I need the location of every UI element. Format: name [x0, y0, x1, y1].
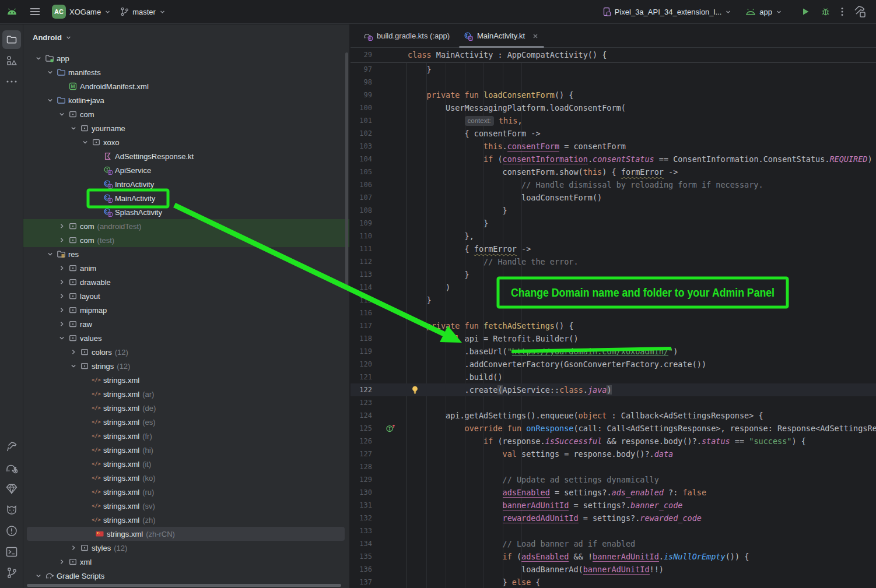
- line-number[interactable]: 100: [351, 101, 372, 114]
- tree-item-drawable[interactable]: drawable: [23, 275, 349, 289]
- tree-item-layout[interactable]: layout: [23, 289, 349, 303]
- chevron-down-icon[interactable]: [33, 571, 44, 580]
- code-line-97[interactable]: 97 }: [351, 63, 876, 76]
- tree-item-strings-xml-sv-[interactable]: </>strings.xml(sv): [23, 499, 349, 513]
- code-line-108[interactable]: 108 }: [351, 204, 876, 217]
- vcs-branch-widget[interactable]: master: [120, 7, 166, 16]
- tree-item-manifests[interactable]: manifests: [23, 65, 349, 79]
- problems-icon[interactable]: [2, 522, 21, 540]
- line-number[interactable]: 98: [351, 76, 372, 89]
- tree-item-strings-xml-ko-[interactable]: </>strings.xml(ko): [23, 471, 349, 485]
- tree-item-styles-12-[interactable]: styles(12): [23, 541, 349, 555]
- line-number[interactable]: 122: [351, 383, 372, 396]
- chevron-right-icon[interactable]: [56, 319, 67, 329]
- line-number[interactable]: 106: [351, 178, 372, 191]
- line-number[interactable]: 111: [351, 242, 372, 255]
- code-line-135[interactable]: 135 if (adsEnabled && !bannerAdUnitId.is…: [351, 550, 876, 563]
- code-line-107[interactable]: 107 loadConsentForm(): [351, 191, 876, 204]
- line-number[interactable]: 103: [351, 140, 372, 153]
- line-number[interactable]: 115: [351, 294, 372, 307]
- chevron-down-icon[interactable]: [79, 138, 90, 147]
- chevron-right-icon[interactable]: [56, 557, 67, 566]
- code-line-116[interactable]: 116: [351, 307, 876, 319]
- tree-item-mainactivity[interactable]: MainActivity: [23, 191, 349, 205]
- line-number[interactable]: 129: [351, 473, 372, 486]
- chevron-down-icon[interactable]: [56, 110, 67, 119]
- code-line-136[interactable]: 136 loadBannerAd(bannerAdUnitId!!): [351, 563, 876, 576]
- line-number[interactable]: 109: [351, 217, 372, 230]
- line-number[interactable]: 108: [351, 204, 372, 217]
- tree-item-yourname[interactable]: yourname: [23, 121, 349, 135]
- run-configuration-selector[interactable]: app: [745, 8, 782, 16]
- code-line-118[interactable]: 118 val api = Retrofit.Builder(): [351, 332, 876, 345]
- line-number[interactable]: 135: [351, 550, 372, 563]
- chevron-right-icon[interactable]: [56, 305, 67, 315]
- run-button[interactable]: [801, 7, 810, 16]
- code-line-114[interactable]: 114 ): [351, 281, 876, 294]
- line-number[interactable]: 124: [351, 409, 372, 422]
- code-line-113[interactable]: 113 }: [351, 268, 876, 281]
- tree-item-gradle-scripts[interactable]: Gradle Scripts: [23, 569, 349, 583]
- tree-item-strings-xml-fr-[interactable]: </>strings.xml(fr): [23, 429, 349, 443]
- code-line-120[interactable]: 120 .addConverterFactory(GsonConverterFa…: [351, 358, 876, 371]
- line-number[interactable]: 99: [351, 89, 372, 101]
- tree-item-com-test-[interactable]: com(test): [23, 233, 349, 247]
- line-number[interactable]: 127: [351, 448, 372, 460]
- code-line-124[interactable]: 124 api.getAdSettings().enqueue(object :…: [351, 409, 876, 422]
- code-line-122[interactable]: 122 .create(ApiService::class.java): [351, 383, 876, 396]
- version-control-icon[interactable]: [2, 564, 21, 582]
- tree-item-strings-xml-zh-[interactable]: </>strings.xml(zh): [23, 513, 349, 527]
- tree-item-app[interactable]: app: [23, 51, 349, 65]
- code-line-127[interactable]: 127 val settings = response.body()?.data: [351, 448, 876, 460]
- line-number[interactable]: 116: [351, 307, 372, 319]
- code-line-123[interactable]: 123: [351, 396, 876, 409]
- code-line-105[interactable]: 105 consentForm.show(this) { formError -…: [351, 166, 876, 178]
- code-line-130[interactable]: 130 adsEnabled = settings?.ads_enabled ?…: [351, 486, 876, 499]
- build-tool-window-icon[interactable]: [852, 5, 867, 18]
- close-tab-icon[interactable]: [531, 32, 539, 40]
- tree-item-xml[interactable]: xml: [23, 555, 349, 569]
- chevron-down-icon[interactable]: [68, 124, 79, 133]
- code-line-102[interactable]: 102 { consentForm ->: [351, 127, 876, 140]
- chevron-down-icon[interactable]: [33, 54, 44, 63]
- line-number[interactable]: 121: [351, 371, 372, 383]
- project-horizontal-scrollbar[interactable]: [27, 584, 341, 587]
- code-line-115[interactable]: 115 }: [351, 294, 876, 307]
- tree-item-kotlin-java[interactable]: kotlin+java: [23, 93, 349, 107]
- line-number[interactable]: 112: [351, 255, 372, 268]
- code-line-131[interactable]: 131 bannerAdUnitId = settings?.banner_co…: [351, 499, 876, 512]
- device-selector[interactable]: Pixel_3a_API_34_extension_l...: [602, 7, 732, 16]
- line-number[interactable]: 126: [351, 435, 372, 448]
- line-number[interactable]: 136: [351, 563, 372, 576]
- line-number[interactable]: 133: [351, 524, 372, 537]
- line-number[interactable]: 132: [351, 512, 372, 524]
- chevron-right-icon[interactable]: [56, 235, 67, 245]
- tree-item-values[interactable]: values: [23, 331, 349, 345]
- tree-item-strings-xml[interactable]: </>strings.xml: [23, 373, 349, 387]
- chevron-down-icon[interactable]: [44, 96, 55, 105]
- code-line-104[interactable]: 104 if (consentInformation.consentStatus…: [351, 153, 876, 166]
- line-number[interactable]: 114: [351, 281, 372, 294]
- tree-item-res[interactable]: res: [23, 247, 349, 261]
- tree-item-strings-xml-ru-[interactable]: </>strings.xml(ru): [23, 485, 349, 499]
- app-quality-insights-gem-icon[interactable]: [2, 480, 21, 498]
- tree-item-strings-xml-it-[interactable]: </>strings.xml(it): [23, 457, 349, 471]
- code-line-132[interactable]: 132 rewardedAdUnitId = settings?.rewarde…: [351, 512, 876, 524]
- line-number[interactable]: 120: [351, 358, 372, 371]
- line-number[interactable]: 105: [351, 166, 372, 178]
- line-number[interactable]: 118: [351, 332, 372, 345]
- line-number[interactable]: 131: [351, 499, 372, 512]
- line-number[interactable]: 113: [351, 268, 372, 281]
- tree-item-splashactivity[interactable]: SplashActivity: [23, 205, 349, 219]
- line-number[interactable]: 130: [351, 486, 372, 499]
- chevron-down-icon[interactable]: [44, 249, 55, 259]
- line-number[interactable]: 137: [351, 576, 372, 588]
- line-number[interactable]: 128: [351, 460, 372, 473]
- tree-item-strings-xml-es-[interactable]: </>strings.xml(es): [23, 415, 349, 429]
- line-number[interactable]: 134: [351, 537, 372, 550]
- tree-item-androidmanifest-xml[interactable]: MAndroidManifest.xml: [23, 79, 349, 93]
- tree-item-colors-12-[interactable]: colors(12): [23, 345, 349, 359]
- chevron-down-icon[interactable]: [68, 361, 79, 371]
- code-line-137[interactable]: 137 } else {: [351, 576, 876, 588]
- implementing-method-icon[interactable]: [386, 424, 396, 433]
